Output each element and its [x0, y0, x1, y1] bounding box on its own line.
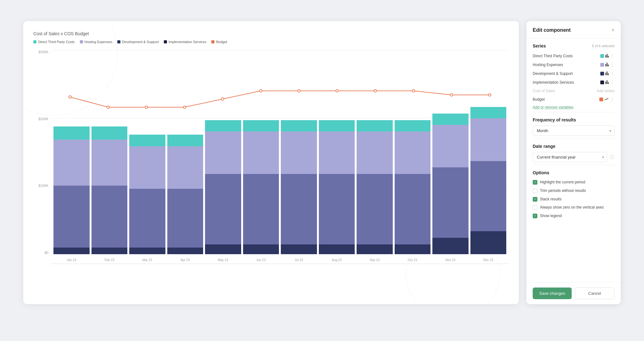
- page-container: Cost of Sales v COS Budget Direct Third …: [23, 21, 621, 320]
- x-axis-label: Jun 23: [256, 258, 266, 262]
- bar-segment: [129, 135, 165, 146]
- add-remove-link[interactable]: Add or remove variables: [533, 105, 614, 109]
- bar-chart-icon: [605, 71, 609, 76]
- x-axis-label: May 23: [218, 258, 228, 262]
- bar-group: Aug 23: [319, 50, 355, 254]
- series-menu-button[interactable]: ⋮: [610, 53, 614, 59]
- bar-segment: [281, 244, 317, 254]
- bar-chart-icon: [605, 80, 609, 85]
- date-range-row: Current financial yearLast financial yea…: [533, 152, 614, 162]
- series-item: Cost of SalesAdd series: [533, 87, 614, 95]
- date-select-wrapper: Current financial yearLast financial yea…: [533, 152, 607, 162]
- bar-segment: [53, 140, 90, 186]
- bar-segment: [129, 146, 165, 189]
- option-item: Trim periods without results: [533, 187, 614, 195]
- y-axis-label: $100K: [33, 184, 48, 187]
- series-color-swatch: [600, 81, 604, 84]
- option-checkbox[interactable]: [533, 188, 537, 193]
- frequency-title: Frequency of results: [533, 117, 576, 122]
- legend-label: Hosting Expenses: [85, 40, 113, 44]
- option-checkbox[interactable]: [533, 214, 537, 218]
- bar-segment: [357, 244, 393, 254]
- panel-header: Edit component ×: [526, 21, 621, 38]
- bar-segment: [243, 131, 279, 174]
- trend-icon: [604, 97, 609, 102]
- option-label: Highlight the current period: [540, 180, 585, 185]
- legend-item: Development & Support: [117, 40, 159, 44]
- legend-color: [164, 40, 167, 43]
- series-color-swatch: [600, 63, 604, 67]
- frequency-section: Frequency of results DayWeekMonthQuarter…: [533, 112, 614, 139]
- close-button[interactable]: ×: [612, 28, 614, 33]
- option-label: Show legend: [540, 213, 562, 219]
- series-item: Budget⋮: [533, 95, 614, 104]
- bar-segment: [53, 126, 90, 140]
- bars-container: Jan 23Feb 23Mar 23Apr 23May 23Jun 23Jul …: [51, 50, 509, 254]
- bar-group: Sep 23: [357, 50, 393, 254]
- bar-segment: [432, 167, 469, 238]
- series-badge: 5 of 6 selected: [592, 44, 614, 48]
- bar-segment: [167, 248, 203, 254]
- series-title: Series: [533, 43, 546, 48]
- frequency-header: Frequency of results: [533, 117, 614, 122]
- legend-item: Hosting Expenses: [80, 40, 113, 44]
- bar-segment: [432, 125, 469, 167]
- option-item: Show legend: [533, 212, 614, 220]
- save-button[interactable]: Save changes: [533, 288, 572, 299]
- bar-chart-icon: [605, 53, 609, 59]
- bar-segment: [395, 131, 431, 174]
- series-name: Cost of Sales: [533, 89, 597, 93]
- bar-segment: [167, 146, 203, 189]
- option-label: Stack results: [540, 197, 562, 202]
- info-icon[interactable]: ⓘ: [610, 154, 614, 160]
- x-axis-label: Mar 23: [142, 258, 152, 262]
- cancel-button[interactable]: Cancel: [575, 288, 614, 299]
- legend-label: Direct Third Party Costs: [38, 40, 75, 44]
- legend-color: [33, 40, 36, 43]
- legend-color: [117, 40, 120, 43]
- series-color-swatch: [600, 54, 604, 58]
- chart-title: Cost of Sales v COS Budget: [33, 31, 509, 36]
- bar-segment: [243, 174, 279, 244]
- x-axis-label: Feb 23: [104, 258, 114, 262]
- series-name: Implementation Services: [533, 80, 600, 85]
- legend-label: Development & Support: [122, 40, 159, 44]
- x-axis-label: Sep 23: [369, 258, 380, 262]
- bar-segment: [395, 120, 431, 131]
- series-controls: ⋮: [599, 97, 614, 102]
- bar-group: Apr 23: [167, 50, 203, 254]
- series-menu-button[interactable]: ⋮: [610, 97, 614, 102]
- options-section: Options Highlight the current periodTrim…: [533, 165, 614, 222]
- series-color-swatch: [600, 72, 604, 75]
- series-section: Series 5 of 6 selected Direct Third Part…: [533, 38, 614, 112]
- date-range-title: Date range: [533, 144, 555, 149]
- series-list: Direct Third Party Costs⋮Hosting Expense…: [533, 52, 614, 104]
- series-menu-button[interactable]: ⋮: [610, 71, 614, 76]
- x-axis-label: Oct 23: [408, 258, 417, 262]
- series-menu-button[interactable]: ⋮: [610, 80, 614, 85]
- bar-group: Oct 23: [395, 50, 431, 254]
- bar-group: Nov 23: [432, 50, 469, 254]
- add-series-link[interactable]: Add series: [597, 89, 614, 93]
- option-checkbox[interactable]: [533, 197, 537, 202]
- legend-color: [80, 40, 83, 43]
- series-item: Direct Third Party Costs⋮: [533, 52, 614, 60]
- options-title: Options: [533, 170, 549, 175]
- series-menu-button[interactable]: ⋮: [610, 62, 614, 67]
- panel-footer: Save changes Cancel: [526, 282, 621, 304]
- panel-title: Edit component: [533, 27, 571, 33]
- series-controls: Add series: [597, 89, 614, 93]
- chart-plot: Jan 23Feb 23Mar 23Apr 23May 23Jun 23Jul …: [51, 50, 509, 264]
- option-checkbox[interactable]: [533, 180, 537, 185]
- option-checkbox[interactable]: [533, 205, 537, 210]
- bar-segment: [167, 189, 203, 248]
- edit-panel: Edit component × Series 5 of 6 selected …: [526, 21, 621, 304]
- frequency-select[interactable]: DayWeekMonthQuarterYear: [533, 126, 614, 136]
- x-axis-label: Jul 23: [295, 258, 303, 262]
- option-label: Trim periods without results: [540, 188, 586, 193]
- bar-segment: [92, 186, 128, 248]
- series-controls: ⋮: [600, 80, 614, 85]
- bar-group: May 23: [205, 50, 241, 254]
- date-range-select[interactable]: Current financial yearLast financial yea…: [533, 152, 607, 162]
- y-axis: $300K$200K$100K$0: [33, 50, 48, 264]
